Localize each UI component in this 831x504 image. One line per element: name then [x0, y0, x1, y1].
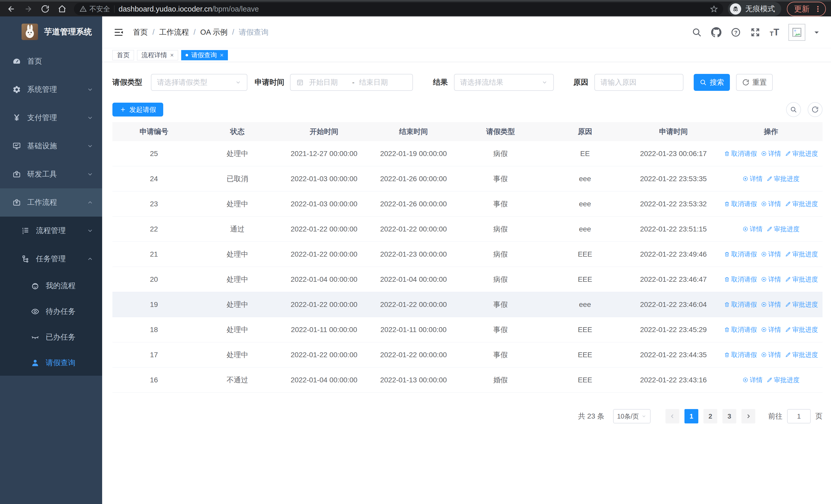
breadcrumb-item[interactable]: 首页 [133, 27, 148, 37]
view-tag[interactable]: 首页 [112, 50, 134, 60]
refresh-table-button[interactable] [808, 102, 823, 117]
action-detail[interactable]: 详情 [761, 275, 781, 284]
table-row[interactable]: 20处理中2022-01-04 00:00:002022-01-04 00:00… [112, 267, 823, 292]
action-progress[interactable]: 审批进度 [767, 376, 799, 384]
action-detail[interactable]: 详情 [742, 225, 763, 233]
action-detail[interactable]: 详情 [742, 175, 763, 183]
table-row[interactable]: 21处理中2022-01-22 00:00:002022-01-23 00:00… [112, 242, 823, 267]
end-date-input[interactable]: 结束日期 [359, 78, 407, 87]
sidebar-item[interactable]: 系统管理 [0, 76, 102, 104]
table-row[interactable]: 25处理中2021-12-27 00:00:002022-01-19 00:00… [112, 141, 823, 166]
action-cancel[interactable]: 取消请假 [724, 275, 757, 284]
action-cancel[interactable]: 取消请假 [724, 250, 757, 259]
table-row[interactable]: 23处理中2022-01-03 00:00:002022-01-26 00:00… [112, 191, 823, 216]
bookmark-star-icon[interactable] [707, 3, 721, 15]
sidebar-item[interactable]: 研发工具 [0, 160, 102, 188]
apply-time-range-picker[interactable]: 开始日期 - 结束日期 [290, 74, 413, 91]
close-icon[interactable]: × [220, 52, 224, 59]
table-cell: 2022-01-22 00:00:00 [369, 225, 458, 233]
action-detail[interactable]: 详情 [761, 351, 781, 359]
action-cancel[interactable]: 取消请假 [724, 351, 757, 359]
avatar[interactable] [789, 24, 805, 41]
sidebar-item[interactable]: 请假查询 [0, 350, 102, 376]
action-progress[interactable]: 审批进度 [785, 275, 818, 284]
view-tag[interactable]: 流程详情× [137, 50, 178, 60]
action-detail[interactable]: 详情 [761, 200, 781, 208]
table-row[interactable]: 16不通过2022-01-04 00:00:002022-01-13 00:00… [112, 367, 823, 393]
reload-icon[interactable] [38, 2, 52, 16]
more-vert-icon[interactable] [814, 5, 822, 13]
sidebar-item[interactable]: 首页 [0, 47, 102, 76]
sidebar-item[interactable]: 我的流程 [0, 273, 102, 299]
action-detail[interactable]: 详情 [742, 376, 763, 384]
reset-button[interactable]: 重置 [736, 74, 773, 91]
github-icon[interactable] [711, 27, 721, 37]
table-cell: 2022-01-22 23:43:16 [627, 376, 720, 384]
action-detail[interactable]: 详情 [761, 300, 781, 309]
table-row[interactable]: 18处理中2022-01-11 00:00:002022-01-11 00:00… [112, 317, 823, 342]
create-leave-button[interactable]: 发起请假 [112, 102, 163, 117]
caret-down-icon[interactable] [811, 27, 822, 37]
action-cancel[interactable]: 取消请假 [724, 149, 757, 158]
back-icon[interactable] [4, 2, 19, 16]
sidebar-item[interactable]: 待办任务 [0, 299, 102, 324]
browser-update-button[interactable]: 更新 [787, 2, 826, 16]
table-row[interactable]: 17处理中2022-01-22 00:00:002022-01-22 00:00… [112, 342, 823, 367]
action-cancel[interactable]: 取消请假 [724, 325, 757, 334]
result-select[interactable]: 请选择流结果 [454, 74, 554, 91]
page-size-select[interactable]: 10条/页 [613, 409, 651, 423]
page-button[interactable]: 3 [722, 409, 736, 423]
action-detail[interactable]: 详情 [761, 325, 781, 334]
hide-search-button[interactable] [786, 102, 801, 117]
action-progress[interactable]: 审批进度 [785, 325, 818, 334]
view-icon [742, 377, 748, 383]
action-detail[interactable]: 详情 [761, 250, 781, 259]
action-progress[interactable]: 审批进度 [785, 149, 818, 158]
chevron-up-icon [87, 256, 93, 262]
search-icon[interactable] [692, 27, 702, 37]
sidebar-item[interactable]: 任务管理 [0, 245, 102, 273]
address-bar[interactable]: 不安全 dashboard.yudao.iocoder.cn/bpm/oa/le… [74, 3, 723, 15]
leave-type-select[interactable]: 请选择请假类型 [151, 74, 248, 91]
font-size-icon[interactable]: TT [770, 28, 779, 37]
page-button[interactable]: 2 [704, 409, 717, 423]
table-row[interactable]: 22通过2022-01-22 00:00:002022-01-22 00:00:… [112, 216, 823, 242]
sidebar-item[interactable]: 工作流程 [0, 188, 102, 216]
action-progress[interactable]: 审批进度 [785, 250, 818, 259]
next-page-button[interactable] [741, 409, 755, 423]
sidebar-item[interactable]: 基础设施 [0, 132, 102, 160]
table-row[interactable]: 24已取消2022-01-03 00:00:002022-01-26 00:00… [112, 166, 823, 191]
action-progress[interactable]: 审批进度 [767, 175, 799, 183]
reason-input[interactable] [601, 78, 677, 87]
action-progress[interactable]: 审批进度 [785, 351, 818, 359]
close-icon[interactable]: × [170, 52, 174, 59]
view-icon [761, 327, 767, 333]
breadcrumb-item[interactable]: 工作流程 [159, 27, 189, 37]
table-row[interactable]: 19处理中2022-01-22 00:00:002022-01-22 00:00… [112, 292, 823, 317]
action-cancel[interactable]: 取消请假 [724, 300, 757, 309]
page-button[interactable]: 1 [684, 409, 698, 423]
collapse-sidebar-icon[interactable] [112, 26, 125, 38]
chevron-down-icon [235, 79, 241, 85]
view-tag[interactable]: 请假查询× [181, 50, 228, 60]
breadcrumb-item[interactable]: OA 示例 [200, 27, 227, 37]
table-cell: 19 [112, 300, 196, 309]
sidebar-item[interactable]: 流程管理 [0, 216, 102, 245]
action-detail[interactable]: 详情 [761, 149, 781, 158]
action-progress[interactable]: 审批进度 [785, 200, 818, 208]
action-progress[interactable]: 审批进度 [785, 300, 818, 309]
action-progress[interactable]: 审批进度 [767, 225, 799, 233]
goto-page-input[interactable] [787, 409, 811, 423]
sidebar-item[interactable]: 已办任务 [0, 324, 102, 350]
home-icon[interactable] [55, 2, 69, 16]
fullscreen-icon[interactable] [750, 27, 761, 37]
action-cancel[interactable]: 取消请假 [724, 200, 757, 208]
sidebar-item[interactable]: 支付管理 [0, 104, 102, 132]
table-cell: 2022-01-22 00:00:00 [279, 225, 369, 233]
start-date-input[interactable]: 开始日期 [309, 78, 347, 87]
prev-page-button[interactable] [665, 409, 679, 423]
forward-icon[interactable] [21, 2, 35, 16]
search-button[interactable]: 搜索 [694, 74, 730, 91]
help-icon[interactable]: ? [730, 27, 741, 37]
site-security[interactable]: 不安全 [80, 4, 110, 13]
